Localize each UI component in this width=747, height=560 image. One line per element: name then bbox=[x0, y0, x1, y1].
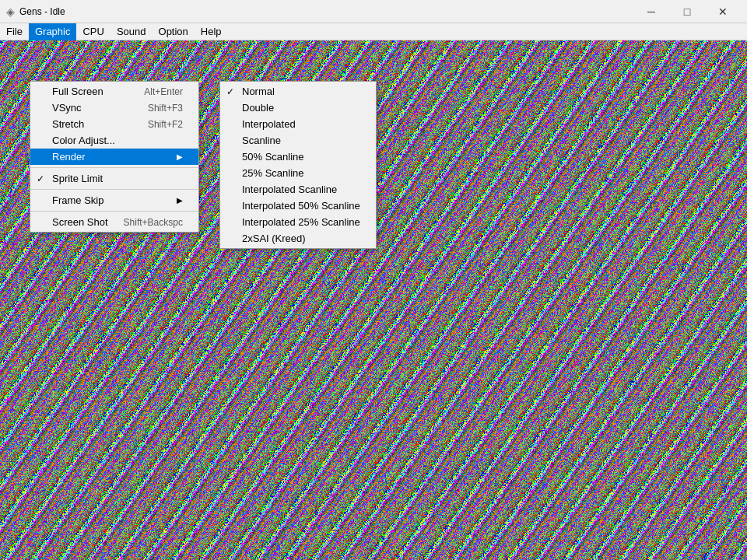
frame-skip-label: Frame Skip bbox=[52, 194, 103, 206]
render-double-item[interactable]: Double bbox=[220, 100, 376, 116]
sprite-limit-check: ✓ bbox=[37, 173, 44, 184]
render-label: Render bbox=[52, 151, 86, 163]
render-normal-item[interactable]: ✓ Normal bbox=[220, 83, 376, 100]
render-interp-25scanline-item[interactable]: Interpolated 25% Scanline bbox=[220, 214, 376, 230]
render-scanline-item[interactable]: Scanline bbox=[220, 132, 376, 149]
menu-item-file[interactable]: File bbox=[0, 23, 29, 40]
render-2xsai-label: 2xSAI (Kreed) bbox=[242, 233, 306, 244]
vsync-label: VSync bbox=[52, 102, 82, 114]
separator-3 bbox=[30, 211, 198, 212]
minimize-button[interactable]: ─ bbox=[633, 0, 669, 23]
main-content: Full Screen Alt+Enter VSync Shift+F3 Str… bbox=[0, 40, 747, 560]
color-adjust-label: Color Adjust... bbox=[52, 135, 115, 146]
render-scanline25-item[interactable]: 25% Scanline bbox=[220, 165, 376, 181]
stretch-label: Stretch bbox=[52, 118, 84, 130]
separator-2 bbox=[30, 189, 198, 190]
title-bar: ◈ Gens - Idle ─ □ ✕ bbox=[0, 0, 747, 23]
render-scanline25-label: 25% Scanline bbox=[242, 167, 304, 179]
frame-skip-arrow: ▶ bbox=[177, 196, 183, 205]
fullscreen-label: Full Screen bbox=[52, 86, 103, 97]
frame-skip-item[interactable]: Frame Skip ▶ bbox=[30, 192, 198, 208]
vsync-item[interactable]: VSync Shift+F3 bbox=[30, 100, 198, 116]
screenshot-item[interactable]: Screen Shot Shift+Backspc bbox=[30, 214, 198, 230]
render-double-label: Double bbox=[242, 102, 274, 114]
menu-item-cpu[interactable]: CPU bbox=[76, 23, 110, 40]
render-scanline50-item[interactable]: 50% Scanline bbox=[220, 149, 376, 165]
menu-item-help[interactable]: Help bbox=[195, 23, 228, 40]
title-left: ◈ Gens - Idle bbox=[6, 5, 65, 18]
maximize-button[interactable]: □ bbox=[669, 0, 705, 23]
menu-bar: File Graphic CPU Sound Option Help bbox=[0, 23, 747, 40]
screenshot-shortcut: Shift+Backspc bbox=[124, 217, 183, 228]
title-text: Gens - Idle bbox=[19, 6, 65, 17]
close-button[interactable]: ✕ bbox=[705, 0, 741, 23]
render-interp-scanline-label: Interpolated Scanline bbox=[242, 184, 337, 195]
render-scanline-label: Scanline bbox=[242, 135, 281, 146]
render-2xsai-item[interactable]: 2xSAI (Kreed) bbox=[220, 230, 376, 247]
render-interp-50scanline-item[interactable]: Interpolated 50% Scanline bbox=[220, 198, 376, 214]
title-controls: ─ □ ✕ bbox=[633, 0, 741, 23]
color-adjust-item[interactable]: Color Adjust... bbox=[30, 132, 198, 149]
fullscreen-item[interactable]: Full Screen Alt+Enter bbox=[30, 83, 198, 100]
render-item[interactable]: Render ▶ bbox=[30, 149, 198, 165]
menu-item-option[interactable]: Option bbox=[153, 23, 195, 40]
render-scanline50-label: 50% Scanline bbox=[242, 151, 304, 163]
render-interp-25scanline-label: Interpolated 25% Scanline bbox=[242, 216, 360, 228]
render-arrow: ▶ bbox=[177, 152, 183, 161]
graphic-menu: Full Screen Alt+Enter VSync Shift+F3 Str… bbox=[30, 81, 199, 233]
render-normal-label: Normal bbox=[242, 86, 275, 97]
render-normal-check: ✓ bbox=[226, 86, 234, 97]
fullscreen-shortcut: Alt+Enter bbox=[144, 86, 183, 97]
vsync-shortcut: Shift+F3 bbox=[148, 103, 183, 114]
render-submenu: ✓ Normal Double Interpolated Scanline 50… bbox=[219, 81, 377, 249]
render-interp-scanline-item[interactable]: Interpolated Scanline bbox=[220, 181, 376, 198]
render-interpolated-label: Interpolated bbox=[242, 118, 296, 130]
app-icon: ◈ bbox=[6, 5, 15, 18]
menu-item-sound[interactable]: Sound bbox=[110, 23, 153, 40]
stretch-item[interactable]: Stretch Shift+F2 bbox=[30, 116, 198, 132]
stretch-shortcut: Shift+F2 bbox=[148, 119, 183, 130]
sprite-limit-item[interactable]: ✓ Sprite Limit bbox=[30, 170, 198, 187]
render-interpolated-item[interactable]: Interpolated bbox=[220, 116, 376, 132]
render-interp-50scanline-label: Interpolated 50% Scanline bbox=[242, 200, 360, 212]
menu-item-graphic[interactable]: Graphic bbox=[29, 23, 77, 40]
separator-1 bbox=[30, 167, 198, 168]
screenshot-label: Screen Shot bbox=[52, 216, 108, 228]
sprite-limit-label: Sprite Limit bbox=[52, 173, 103, 184]
